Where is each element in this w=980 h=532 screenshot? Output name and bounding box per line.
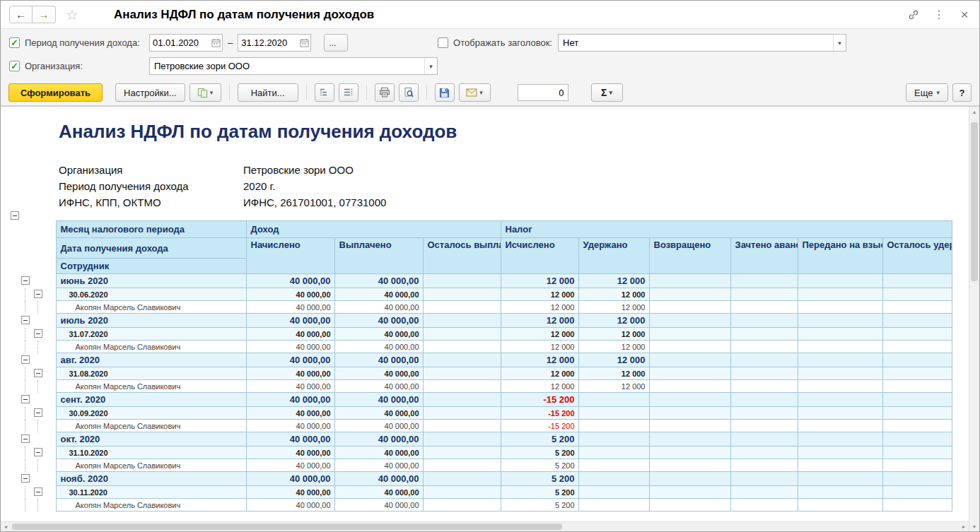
cell-accrued[interactable]: 40 000,00 xyxy=(246,328,334,341)
group-collapse-toggle[interactable] xyxy=(21,316,30,324)
cell-to_pay[interactable] xyxy=(423,274,501,288)
cell-paid[interactable]: 40 000,00 xyxy=(334,472,423,486)
cell-to_withhold[interactable] xyxy=(882,472,952,486)
cell-to_pay[interactable] xyxy=(423,367,501,380)
cell-returned[interactable] xyxy=(649,288,730,301)
cell-withheld[interactable] xyxy=(578,459,649,472)
cell-calculated[interactable]: -15 200 xyxy=(501,407,578,420)
month-label-cell[interactable]: окт. 2020 xyxy=(56,432,246,447)
employee-label-cell[interactable]: Акопян Марсель Славикович xyxy=(56,420,246,432)
cell-returned[interactable] xyxy=(649,314,730,328)
date-label-cell[interactable]: 30.06.2020 xyxy=(56,288,246,301)
employee-label-cell[interactable]: Акопян Марсель Славикович xyxy=(56,459,246,472)
header-calculated[interactable]: Исчислено xyxy=(501,238,578,274)
date-label-cell[interactable]: 31.07.2020 xyxy=(56,328,246,341)
cell-advance[interactable] xyxy=(730,353,798,367)
group-collapse-toggle[interactable] xyxy=(21,276,30,285)
cell-advance[interactable] xyxy=(730,367,798,380)
cell-returned[interactable] xyxy=(649,328,730,341)
cell-to_withhold[interactable] xyxy=(882,328,952,341)
cell-returned[interactable] xyxy=(649,432,730,447)
calendar-icon[interactable] xyxy=(298,35,310,51)
settings-button[interactable]: Настройки... xyxy=(115,83,185,102)
cell-to_withhold[interactable] xyxy=(882,459,952,472)
cell-collection[interactable] xyxy=(798,420,882,432)
cell-returned[interactable] xyxy=(649,393,730,407)
group-collapse-toggle[interactable] xyxy=(21,395,30,403)
cell-to_pay[interactable] xyxy=(423,393,501,407)
cell-advance[interactable] xyxy=(730,486,798,499)
menu-dots-icon[interactable]: ⋮ xyxy=(933,8,945,21)
calendar-icon[interactable] xyxy=(209,35,222,51)
group-collapse-toggle[interactable] xyxy=(21,355,30,364)
cell-to_withhold[interactable] xyxy=(882,393,952,407)
get-link-icon[interactable] xyxy=(907,8,920,21)
cell-calculated[interactable]: 12 000 xyxy=(501,353,578,367)
cell-withheld[interactable]: 12 000 xyxy=(578,353,649,367)
cell-paid[interactable]: 40 000,00 xyxy=(334,367,423,380)
group-collapse-toggle[interactable] xyxy=(21,435,30,443)
cell-returned[interactable] xyxy=(649,420,730,432)
cell-to_withhold[interactable] xyxy=(882,274,952,288)
cell-to_withhold[interactable] xyxy=(882,353,952,367)
header-advance[interactable]: Зачтено аванса xyxy=(730,238,798,274)
cell-accrued[interactable]: 40 000,00 xyxy=(246,288,334,301)
cell-calculated[interactable]: 5 200 xyxy=(501,486,578,499)
header-to-pay[interactable]: Осталось выплатить xyxy=(423,238,501,274)
cell-collection[interactable] xyxy=(798,288,882,301)
cell-advance[interactable] xyxy=(730,393,798,407)
cell-advance[interactable] xyxy=(730,341,798,353)
cell-paid[interactable]: 40 000,00 xyxy=(334,380,423,393)
cell-paid[interactable]: 40 000,00 xyxy=(334,314,423,328)
cell-withheld[interactable]: 12 000 xyxy=(578,314,649,328)
month-label-cell[interactable]: нояб. 2020 xyxy=(56,472,246,486)
cell-to_pay[interactable] xyxy=(423,288,501,301)
cell-advance[interactable] xyxy=(730,274,798,288)
cell-withheld[interactable]: 12 000 xyxy=(578,380,649,393)
show-header-combobox[interactable]: Нет ▾ xyxy=(558,34,846,52)
period-more-button[interactable]: ... xyxy=(324,34,348,52)
cell-to_pay[interactable] xyxy=(423,380,501,393)
cell-accrued[interactable]: 40 000,00 xyxy=(246,380,334,393)
horizontal-scroll-thumb[interactable] xyxy=(12,524,562,530)
cell-withheld[interactable]: 12 000 xyxy=(578,367,649,380)
cell-calculated[interactable]: 12 000 xyxy=(501,274,578,288)
month-label-cell[interactable]: сент. 2020 xyxy=(56,393,246,407)
cell-paid[interactable]: 40 000,00 xyxy=(334,432,423,447)
header-to-withhold[interactable]: Осталось удержать xyxy=(882,238,952,274)
cell-returned[interactable] xyxy=(649,447,730,459)
cell-to_withhold[interactable] xyxy=(882,301,952,314)
month-label-cell[interactable]: июль 2020 xyxy=(56,314,246,328)
report-variants-button[interactable]: ▾ xyxy=(189,83,221,102)
cell-paid[interactable]: 40 000,00 xyxy=(334,393,423,407)
cell-paid[interactable]: 40 000,00 xyxy=(334,486,423,499)
cell-to_pay[interactable] xyxy=(423,341,501,353)
cell-returned[interactable] xyxy=(649,472,730,486)
employee-label-cell[interactable]: Акопян Марсель Славикович xyxy=(56,301,246,314)
more-button[interactable]: Еще ▾ xyxy=(906,83,948,102)
group-collapse-toggle[interactable] xyxy=(21,474,30,483)
cell-to_pay[interactable] xyxy=(423,314,501,328)
cell-returned[interactable] xyxy=(649,367,730,380)
horizontal-scroll-track[interactable] xyxy=(11,522,959,531)
cell-accrued[interactable]: 40 000,00 xyxy=(246,499,334,512)
cell-accrued[interactable]: 40 000,00 xyxy=(246,432,334,447)
cell-advance[interactable] xyxy=(730,499,798,512)
generate-button[interactable]: Сформировать xyxy=(8,83,103,102)
vertical-scroll-track[interactable] xyxy=(969,117,979,521)
cell-collection[interactable] xyxy=(798,328,882,341)
cell-accrued[interactable]: 40 000,00 xyxy=(246,472,334,486)
cell-collection[interactable] xyxy=(798,499,882,512)
cell-paid[interactable]: 40 000,00 xyxy=(334,499,423,512)
scroll-left-icon[interactable]: ◄ xyxy=(1,522,11,531)
cell-returned[interactable] xyxy=(649,301,730,314)
header-withheld[interactable]: Удержано xyxy=(578,238,649,274)
autosum-button[interactable]: Σ ▾ xyxy=(591,83,623,102)
cell-to_pay[interactable] xyxy=(423,407,501,420)
cell-to_withhold[interactable] xyxy=(882,341,952,353)
cell-to_pay[interactable] xyxy=(423,353,501,367)
cell-collection[interactable] xyxy=(798,353,882,367)
header-paid[interactable]: Выплачено xyxy=(334,238,423,274)
cell-advance[interactable] xyxy=(730,459,798,472)
cell-to_withhold[interactable] xyxy=(882,432,952,447)
